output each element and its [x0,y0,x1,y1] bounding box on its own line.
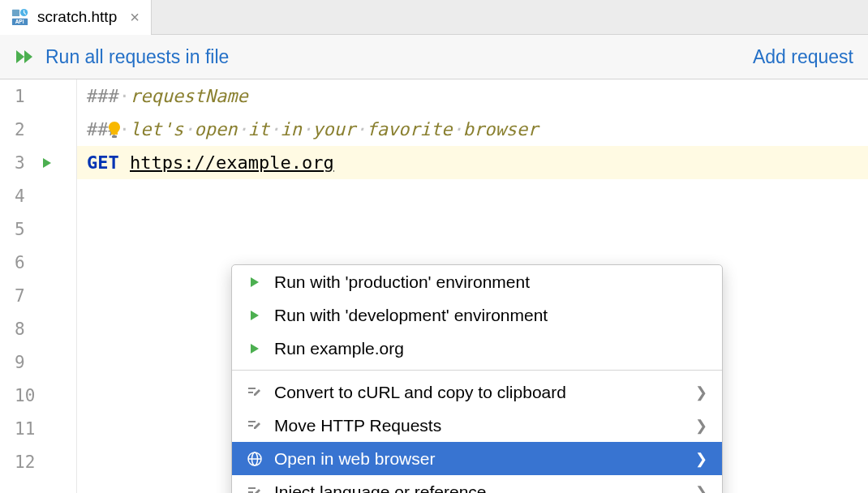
gutter-line: 12 [0,445,76,478]
menu-item-run-example[interactable]: Run example.org [232,332,722,365]
run-all-label: Run all requests in file [45,46,229,68]
intention-bulb-icon[interactable] [106,121,122,143]
run-gutter-icon[interactable] [40,156,54,169]
svg-rect-5 [248,388,256,389]
svg-rect-8 [248,425,253,427]
gutter-line: 11 [0,412,76,445]
svg-rect-0 [12,10,19,16]
gutter-line: 9 [0,345,76,379]
globe-icon [247,451,263,467]
svg-text:API: API [15,19,24,24]
gutter-line: 10 [0,379,76,412]
context-menu: Run with 'production' environment Run wi… [231,264,723,493]
menu-item-inject-language[interactable]: Inject language or reference ❯ [232,475,722,493]
run-all-button[interactable]: Run all requests in file [15,46,229,68]
close-icon[interactable]: × [125,8,140,27]
gutter-line: 3 [0,146,76,179]
edit-icon [247,484,263,494]
edit-icon [247,418,263,434]
chevron-right-icon: ❯ [695,483,707,494]
code-line: ###·requestName [77,79,868,113]
chevron-right-icon: ❯ [695,384,707,401]
svg-rect-12 [248,487,256,489]
gutter-line: 8 [0,312,76,345]
http-file-icon: API [11,8,29,26]
menu-item-run-development[interactable]: Run with 'development' environment [232,298,722,332]
code-line [77,179,868,212]
chevron-right-icon: ❯ [695,450,707,468]
svg-rect-7 [248,421,256,422]
gutter-line: 4 [0,179,76,212]
tab-bar: API scratch.http × [0,0,868,35]
menu-item-open-browser[interactable]: Open in web browser ❯ [232,442,722,475]
menu-item-run-production[interactable]: Run with 'production' environment [232,265,722,298]
code-line-active: GET https://example.org [77,146,868,179]
editor: 1 2 3 4 5 6 7 8 9 10 11 12 ###·requestNa… [0,79,868,493]
gutter-line: 1 [0,79,76,113]
menu-item-convert-curl[interactable]: Convert to cURL and copy to clipboard ❯ [232,375,722,409]
code-line [77,212,868,246]
play-icon [247,274,263,290]
svg-rect-6 [248,392,253,393]
code-line: ###·let's·open·it·in·your·favorite·brows… [77,113,868,146]
play-icon [247,341,263,357]
gutter-line: 6 [0,246,76,279]
gutter-line: 5 [0,212,76,246]
gutter-line: 7 [0,279,76,312]
file-tab[interactable]: API scratch.http × [0,0,152,35]
gutter-line: 2 [0,113,76,146]
svg-rect-13 [248,491,253,493]
add-request-button[interactable]: Add request [753,46,853,68]
gutter: 1 2 3 4 5 6 7 8 9 10 11 12 [0,79,77,493]
play-icon [247,307,263,324]
run-all-icon [15,48,37,66]
menu-separator [232,370,722,371]
edit-icon [247,384,263,401]
menu-item-move-requests[interactable]: Move HTTP Requests ❯ [232,409,722,442]
toolbar: Run all requests in file Add request [0,35,868,79]
chevron-right-icon: ❯ [695,417,707,435]
tab-filename: scratch.http [37,8,117,26]
svg-rect-4 [112,135,117,138]
